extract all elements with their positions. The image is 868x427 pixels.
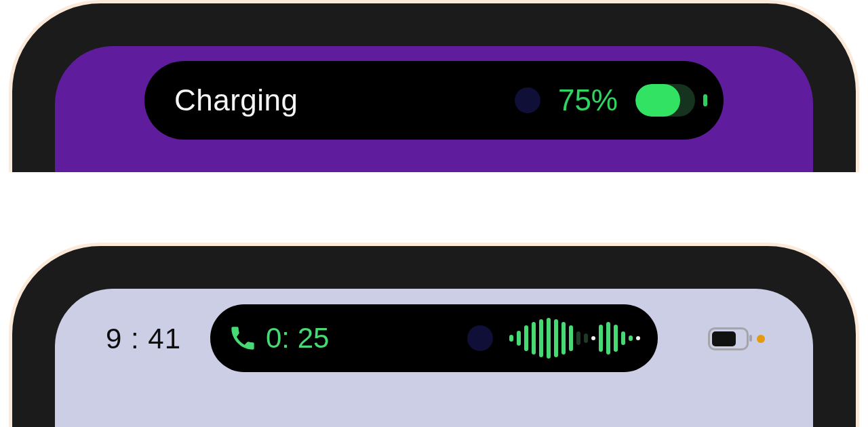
waveform-bar: [621, 331, 625, 345]
battery-pill-icon: [635, 84, 695, 117]
status-right-cluster: [708, 327, 765, 350]
waveform-bar: [561, 322, 566, 354]
battery-cap-icon: [703, 94, 707, 106]
waveform-bar: [599, 325, 603, 352]
truedepth-sensor-icon: [515, 87, 540, 113]
waveform-bar: [509, 335, 513, 342]
call-live-activity[interactable]: 0: 25: [229, 322, 329, 354]
truedepth-sensor-icon: [467, 325, 493, 351]
call-timer: 0: 25: [266, 322, 329, 354]
waveform-bar: [614, 325, 618, 352]
battery-percent-label: 75%: [558, 83, 618, 117]
waveform-bar: [547, 318, 551, 359]
waveform-bar: [606, 322, 610, 354]
waveform-bar: [539, 319, 543, 357]
battery-icon: [708, 327, 749, 350]
waveform-separator-icon: [591, 336, 595, 340]
waveform-bar: [532, 322, 536, 354]
waveform-bar: [554, 319, 558, 357]
waveform-bar: [569, 325, 573, 351]
waveform-end-icon: [636, 336, 640, 340]
phone-icon: [229, 325, 256, 352]
charging-label: Charging: [174, 83, 298, 117]
waveform-bar: [517, 331, 521, 346]
waveform-bar: [629, 336, 633, 341]
battery-fill: [712, 331, 736, 346]
charging-right-cluster: 75%: [515, 83, 707, 117]
status-time: 9 : 41: [106, 323, 181, 355]
waveform-bar: [576, 331, 580, 345]
waveform-bar: [524, 325, 528, 351]
dynamic-island-charging[interactable]: Charging 75%: [144, 61, 724, 140]
voice-live-activity[interactable]: [467, 318, 640, 359]
mic-indicator-icon: [757, 335, 765, 343]
voice-waveform-icon: [509, 318, 640, 359]
battery-fill: [635, 84, 680, 117]
waveform-bar: [584, 333, 588, 343]
dynamic-island-call[interactable]: 0: 25: [210, 304, 658, 372]
